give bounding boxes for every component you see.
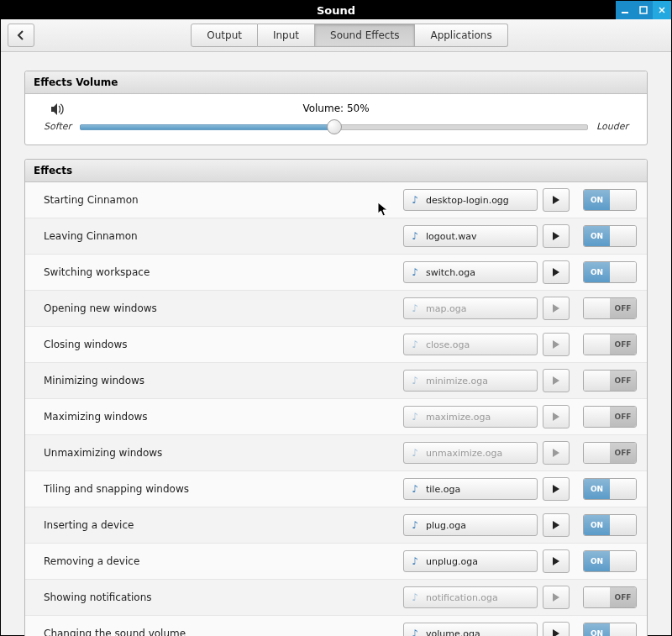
play-sound-button[interactable] <box>543 260 570 284</box>
volume-readout: Volume: 50% <box>302 102 369 114</box>
window-maximize-button[interactable] <box>634 1 653 19</box>
sound-file-button[interactable]: ♪tile.oga <box>403 478 538 500</box>
play-sound-button[interactable] <box>543 622 570 636</box>
sound-file-button[interactable]: ♪switch.oga <box>403 261 538 283</box>
effect-label: Leaving Cinnamon <box>35 230 403 242</box>
toggle-on-label: ON <box>584 515 610 535</box>
sound-file-button[interactable]: ♪volume.oga <box>403 623 538 636</box>
window-minimize-button[interactable] <box>616 1 634 19</box>
sound-file-button[interactable]: ♪unmaximize.oga <box>403 442 538 464</box>
effect-toggle[interactable]: ONOFF <box>583 406 637 428</box>
effect-toggle[interactable]: ONOFF <box>583 370 637 392</box>
effect-toggle[interactable]: ONOFF <box>583 586 637 608</box>
play-sound-button[interactable] <box>543 224 570 248</box>
play-sound-button[interactable] <box>543 297 570 320</box>
effect-row: Opening new windows♪map.ogaONOFF <box>25 290 647 326</box>
sound-file-name: unmaximize.oga <box>426 448 502 459</box>
back-button[interactable] <box>8 24 34 47</box>
play-sound-button[interactable] <box>543 586 570 609</box>
music-note-icon: ♪ <box>409 302 421 314</box>
sound-file-button[interactable]: ♪maximize.oga <box>403 406 538 428</box>
music-note-icon: ♪ <box>409 411 421 423</box>
play-sound-button[interactable] <box>543 513 570 537</box>
effect-label: Starting Cinnamon <box>35 194 403 206</box>
softer-label: Softer <box>44 121 71 132</box>
effect-toggle[interactable]: ONOFF <box>583 225 637 247</box>
play-icon <box>553 593 559 602</box>
tab-sound-effects[interactable]: Sound Effects <box>315 24 415 47</box>
toggle-off-label: OFF <box>610 334 636 355</box>
sound-file-name: minimize.oga <box>426 376 488 386</box>
toggle-on-label: ON <box>584 226 610 246</box>
effect-row: Unmaximizing windows♪unmaximize.ogaONOFF <box>25 434 647 470</box>
sound-file-button[interactable]: ♪notification.oga <box>403 586 538 608</box>
play-sound-button[interactable] <box>543 369 570 392</box>
play-icon <box>553 376 559 385</box>
sound-file-name: tile.oga <box>426 484 460 495</box>
effect-toggle[interactable]: ONOFF <box>583 189 637 211</box>
effect-label: Maximizing windows <box>35 411 403 423</box>
sound-file-name: volume.oga <box>426 628 480 637</box>
effect-toggle[interactable]: ONOFF <box>583 442 637 464</box>
music-note-icon: ♪ <box>409 266 421 278</box>
toggle-on-label: ON <box>584 334 610 355</box>
effect-label: Minimizing windows <box>35 375 403 386</box>
sound-file-button[interactable]: ♪plug.oga <box>403 514 538 536</box>
sound-file-name: logout.wav <box>426 231 477 242</box>
effect-row: Leaving Cinnamon♪logout.wavONOFF <box>25 218 647 254</box>
effect-label: Inserting a device <box>35 519 403 531</box>
tab-input[interactable]: Input <box>258 24 315 47</box>
effect-toggle[interactable]: ONOFF <box>583 297 637 319</box>
toggle-off-label: OFF <box>610 623 636 636</box>
effects-panel: Effects Starting Cinnamon♪desktop-login.… <box>24 159 648 636</box>
sound-file-button[interactable]: ♪minimize.oga <box>403 370 538 392</box>
tab-output[interactable]: Output <box>191 24 258 47</box>
toggle-off-label: OFF <box>610 298 636 318</box>
sound-file-button[interactable]: ♪desktop-login.ogg <box>403 189 538 211</box>
effect-toggle[interactable]: ONOFF <box>583 334 637 355</box>
sound-file-button[interactable]: ♪map.oga <box>403 297 538 319</box>
sound-file-button[interactable]: ♪close.oga <box>403 334 538 355</box>
effect-toggle[interactable]: ONOFF <box>583 478 637 500</box>
effect-row: Minimizing windows♪minimize.ogaONOFF <box>25 362 647 398</box>
play-sound-button[interactable] <box>543 188 570 212</box>
window-close-button[interactable] <box>653 1 671 19</box>
toolbar: Output Input Sound Effects Applications <box>1 19 671 52</box>
effect-label: Tiling and snapping windows <box>35 483 403 495</box>
svg-rect-1 <box>640 7 647 13</box>
volume-slider[interactable] <box>80 119 588 133</box>
play-icon <box>553 629 559 636</box>
play-sound-button[interactable] <box>543 477 570 501</box>
toggle-off-label: OFF <box>610 443 636 463</box>
toggle-on-label: ON <box>584 623 610 636</box>
content: Effects Volume Volume: 50% Softer Louder <box>1 52 671 636</box>
effects-volume-panel: Effects Volume Volume: 50% Softer Louder <box>24 71 648 145</box>
effect-toggle[interactable]: ONOFF <box>583 261 637 283</box>
sound-file-button[interactable]: ♪logout.wav <box>403 225 538 247</box>
play-icon <box>553 340 559 349</box>
titlebar[interactable]: Sound <box>1 1 671 19</box>
sound-settings-window: Sound Output Input Sound Effects Applica… <box>0 0 672 636</box>
sound-file-name: maximize.oga <box>426 412 491 423</box>
speaker-icon <box>50 102 66 119</box>
sound-file-button[interactable]: ♪unplug.oga <box>403 550 538 572</box>
play-sound-button[interactable] <box>543 333 570 356</box>
effect-label: Closing windows <box>35 339 403 350</box>
play-sound-button[interactable] <box>543 549 570 573</box>
play-sound-button[interactable] <box>543 441 570 465</box>
tab-applications[interactable]: Applications <box>415 24 507 47</box>
effect-row: Maximizing windows♪maximize.ogaONOFF <box>25 398 647 434</box>
toggle-off-label: OFF <box>610 515 636 535</box>
effect-row: Starting Cinnamon♪desktop-login.oggONOFF <box>25 182 647 218</box>
toggle-off-label: OFF <box>610 190 636 210</box>
effect-toggle[interactable]: ONOFF <box>583 623 637 636</box>
effect-toggle[interactable]: ONOFF <box>583 550 637 572</box>
effect-toggle[interactable]: ONOFF <box>583 514 637 536</box>
toggle-on-label: ON <box>584 371 610 391</box>
play-sound-button[interactable] <box>543 405 570 428</box>
play-icon <box>553 413 559 421</box>
effect-label: Showing notifications <box>35 591 403 603</box>
music-note-icon: ♪ <box>409 591 421 603</box>
effect-row: Showing notifications♪notification.ogaON… <box>25 579 647 615</box>
back-arrow-icon <box>16 30 26 40</box>
